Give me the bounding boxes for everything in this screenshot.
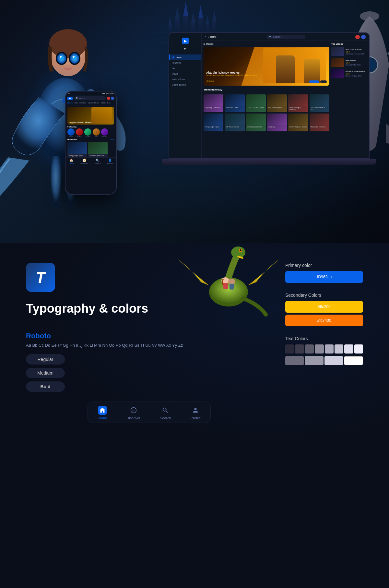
text-swatch-6 — [335, 344, 343, 354]
svg-point-31 — [360, 11, 379, 21]
font-name: Roboto — [26, 332, 272, 340]
text-colors-group: Text Colors — [285, 336, 363, 365]
typography-section: T Typography & colors Roboto Aa Bb Cc Dd… — [0, 243, 389, 470]
laptop-base — [162, 159, 376, 165]
primary-color-bar: #0962ea — [285, 271, 363, 283]
nav-discover[interactable]: Discover — [126, 406, 140, 420]
svg-marker-9 — [198, 5, 203, 18]
bottom-nav-mockup: Home Discover — [88, 402, 211, 423]
hot-card-3[interactable]: Celebrate graduation — [246, 114, 266, 131]
laptop-screen-body: ▶ ▶ Home Featured Hot — [169, 32, 370, 159]
profile-icon — [191, 406, 200, 415]
mobile-nav-profile[interactable]: 👤 Profile — [107, 159, 113, 164]
mobile-video-2[interactable]: Celebrate graduation — [88, 142, 108, 157]
mobile-status-bar: 9:41 ●●● WiFi 100% — [65, 91, 116, 95]
mobile-nav-tabs: Home Hot Movies Variety Show Online Co..… — [65, 101, 116, 105]
nav-search[interactable]: Search — [160, 406, 171, 420]
trending-card-1[interactable]: Katy Perry · Tomorrow — [204, 94, 223, 112]
top-video-1[interactable]: Alita - Battle Angel ★ 8.2 Action | 22 F… — [331, 47, 367, 56]
app-logo: ▶ ▶ — [169, 36, 201, 53]
app-topbar: ≡ ● Home 🔍 Search — [202, 33, 369, 41]
nav-profile[interactable]: Profile — [191, 406, 201, 420]
text-swatch-12 — [344, 356, 363, 365]
trending-card-6[interactable]: The second storm of 2020 — [310, 94, 329, 112]
typography-section-title: Typography & colors — [26, 302, 272, 316]
mobile-search[interactable]: 🔍 Search — [74, 96, 106, 100]
secondary-colors-label: Secondary Colors — [285, 293, 363, 298]
svg-marker-1 — [169, 16, 172, 26]
featured-meta: 5A | 2h 3min | Action, Adventure, Sci-Fi… — [206, 74, 257, 76]
top-videos-title: Top videos — [331, 43, 367, 45]
sidebar-online[interactable]: Online course — [169, 82, 201, 88]
svg-marker-7 — [191, 11, 195, 23]
hot-card-4[interactable]: City Rally — [267, 114, 287, 131]
mobile-video-1[interactable]: Young people report — [67, 142, 87, 157]
text-swatch-5 — [325, 344, 334, 354]
mobile-nav-discover[interactable]: 🧭 Discover — [80, 159, 88, 164]
colors-section: Primary color #0962ea Secondary Colors #… — [285, 263, 363, 423]
secondary-colors-group: Secondary Colors #ffc200 #fd7400 — [285, 293, 363, 326]
svg-point-26 — [73, 56, 75, 58]
mobile-topbar: ▶ 🔍 Search — [65, 95, 116, 101]
text-swatch-7 — [344, 344, 353, 354]
featured-movie-banner: Aladdin | Disney Movies 5A | 2h 3min | A… — [204, 47, 329, 86]
hot-card-1[interactable]: Young people report — [204, 114, 223, 131]
text-colors-row-1 — [285, 344, 363, 354]
hot-card-6[interactable]: Human life extension — [310, 114, 329, 131]
svg-marker-5 — [183, 2, 188, 16]
mobile-nav-search[interactable]: 🔍 Search — [95, 159, 101, 164]
typography-icon-box: T — [26, 263, 55, 292]
text-swatch-4 — [315, 344, 324, 354]
primary-color-group: Primary color #0962ea — [285, 263, 363, 283]
trending-card-3[interactable]: COVID-19 Daily Update — [246, 94, 266, 112]
svg-point-25 — [60, 56, 62, 58]
sidebar-featured[interactable]: Featured — [169, 60, 201, 66]
text-swatch-1 — [285, 344, 294, 354]
hot-card-2[interactable]: City Travel tourism — [225, 114, 244, 131]
mobile-following: Following SoupKu BecTayo KyraBla — [65, 126, 116, 138]
secondary-color-2: #fd7400 — [285, 315, 363, 326]
sidebar-movie[interactable]: Movie — [169, 71, 201, 77]
font-info: Roboto Aa Bb Cc Dd Ee Ff Gg Hh Ii Jj Kk … — [26, 332, 272, 392]
sidebar-variety[interactable]: Variety Show — [169, 77, 201, 82]
search-bar[interactable]: 🔍 Search — [266, 35, 305, 39]
trending-card-4[interactable]: High unemployment — [267, 94, 287, 112]
nav-home[interactable]: Home — [98, 406, 107, 420]
mobile-nav-home[interactable]: 🏠 Home — [69, 159, 74, 164]
text-swatch-11 — [324, 356, 343, 365]
weight-bold: Bold — [26, 381, 65, 392]
font-alphabet: Aa Bb Cc Dd Ee Ff Gg Hh Ii Jj Kk Ll Mm N… — [26, 343, 272, 348]
trending-card-5[interactable]: Premier League standings — [288, 94, 308, 112]
trending-title: Trending today — [204, 88, 222, 91]
top-video-2[interactable]: Raw Khiladi ★ 6.9 Crime | 14 May 2020 — [331, 58, 367, 67]
svg-point-18 — [49, 29, 87, 58]
hero-section: ▶ ▶ Home Featured Hot — [0, 0, 389, 243]
text-colors-row-2 — [285, 356, 363, 365]
svg-marker-13 — [212, 10, 216, 21]
text-swatch-10 — [305, 356, 323, 365]
text-colors-label: Text Colors — [285, 336, 363, 341]
weight-regular: Regular — [26, 354, 65, 365]
app-main-content: ≡ ● Home 🔍 Search — [202, 33, 369, 158]
text-swatch-9 — [285, 356, 304, 365]
sidebar-hot[interactable]: Hot — [169, 66, 201, 71]
featured-title: Aladdin | Disney Movies — [206, 71, 257, 74]
laptop-mockup: ▶ ▶ Home Featured Hot — [169, 32, 370, 169]
secondary-color-1: #ffc200 — [285, 301, 363, 313]
app-sidebar: ▶ ▶ Home Featured Hot — [169, 33, 202, 158]
trending-card-2[interactable]: Aliens visit Earth — [225, 94, 244, 112]
hot-card-5[interactable]: World's Neptune mission — [288, 114, 308, 131]
top-video-3[interactable]: Marvel's The Avengers ★ 7.9 Drama | 28 J… — [331, 69, 367, 78]
mobile-mockup: 9:41 ●●● WiFi 100% ▶ 🔍 Search Home Ho — [65, 91, 117, 195]
text-swatch-2 — [295, 344, 304, 354]
svg-point-37 — [240, 249, 242, 251]
text-swatch-8 — [354, 344, 363, 354]
svg-marker-3 — [175, 6, 180, 19]
mobile-featured[interactable]: Aladdin | Disney Movies ★★★★ — [67, 107, 114, 125]
sidebar-home[interactable]: Home — [169, 54, 201, 60]
weight-medium: Medium — [26, 368, 65, 378]
top-videos-sidebar: Top videos Alita - Battle Angel ★ 8.2 Ac… — [331, 43, 367, 156]
primary-color-label: Primary color — [285, 263, 363, 268]
t-icon-letter: T — [36, 269, 45, 286]
discover-icon — [129, 406, 138, 415]
